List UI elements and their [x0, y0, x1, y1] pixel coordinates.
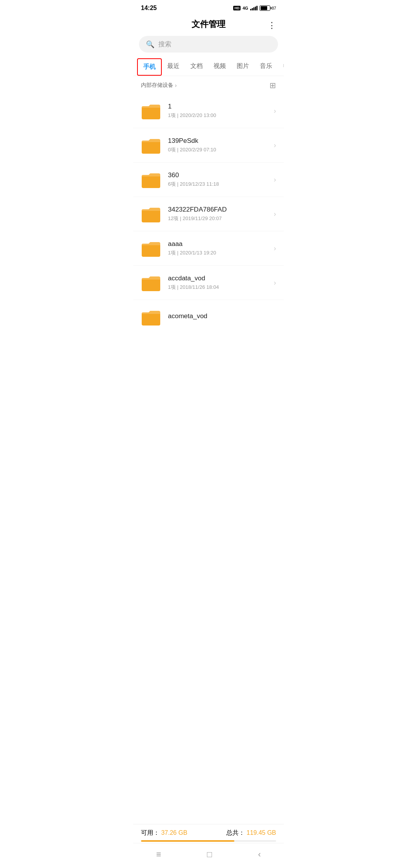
- folder-icon-5: [141, 238, 161, 258]
- 4g-icon: 4G: [242, 6, 248, 10]
- folder-item-6[interactable]: accdata_vod 1项 | 2018/11/26 18:04 ›: [133, 266, 284, 300]
- grid-view-icon[interactable]: ⊞: [270, 81, 276, 90]
- search-placeholder: 搜索: [158, 40, 171, 49]
- folder-info-4: 342322FDA786FAD 12项 | 2019/11/29 20:07: [168, 206, 270, 222]
- folder-info-7: acometa_vod: [168, 312, 276, 322]
- breadcrumb-text: 内部存储设备: [141, 82, 173, 89]
- folder-icon-6: [141, 273, 161, 293]
- folder-name-2: 139PeSdk: [168, 137, 270, 145]
- folder-meta-4: 12项 | 2019/11/29 20:07: [168, 215, 270, 222]
- folder-name-5: aaaa: [168, 240, 270, 248]
- folder-chevron-6: ›: [274, 279, 276, 287]
- folder-chevron-4: ›: [274, 210, 276, 218]
- folder-meta-6: 1项 | 2018/11/26 18:04: [168, 284, 270, 291]
- tab-recent[interactable]: 最近: [162, 58, 185, 76]
- tab-phone-wrapper: 手机: [137, 58, 162, 76]
- folder-info-2: 139PeSdk 0项 | 2020/2/29 07:10: [168, 137, 270, 153]
- folder-meta-2: 0项 | 2020/2/29 07:10: [168, 146, 270, 153]
- folder-name-6: accdata_vod: [168, 275, 270, 282]
- folder-item-1[interactable]: 1 1项 | 2020/2/20 13:00 ›: [133, 94, 284, 128]
- search-bar[interactable]: 🔍 搜索: [139, 36, 278, 53]
- signal-bar-1: [250, 9, 251, 10]
- header: 文件管理 ⋮: [133, 15, 284, 36]
- more-button[interactable]: ⋮: [268, 20, 276, 31]
- folder-chevron-1: ›: [274, 107, 276, 115]
- folder-icon-2: [141, 135, 161, 155]
- folder-info-1: 1 1项 | 2020/2/20 13:00: [168, 103, 270, 119]
- breadcrumb-chevron: ›: [175, 82, 177, 88]
- folder-item-5[interactable]: aaaa 1项 | 2020/1/13 19:20 ›: [133, 231, 284, 266]
- folder-name-7: acometa_vod: [168, 312, 276, 320]
- tab-docs[interactable]: 文档: [185, 58, 208, 76]
- folder-meta-1: 1项 | 2020/2/20 13:00: [168, 112, 270, 119]
- tab-music[interactable]: 音乐: [254, 58, 278, 76]
- tab-video[interactable]: 视频: [208, 58, 231, 76]
- breadcrumb-row: 内部存储设备 › ⊞: [133, 76, 284, 94]
- status-icons: HD 4G 87: [233, 5, 276, 11]
- svg-rect-1: [142, 141, 160, 154]
- folder-chevron-2: ›: [274, 141, 276, 149]
- search-icon: 🔍: [146, 40, 154, 49]
- signal-bar-4: [255, 7, 256, 10]
- battery-fill: [261, 6, 268, 10]
- battery-container: 87: [259, 5, 276, 11]
- battery-icon: [259, 5, 270, 11]
- folder-icon-4: [141, 204, 161, 224]
- signal-bar-5: [256, 6, 258, 10]
- hd-icon: HD: [233, 6, 241, 10]
- folder-chevron-3: ›: [274, 176, 276, 184]
- svg-rect-4: [142, 244, 160, 257]
- page-title: 文件管理: [192, 19, 225, 30]
- status-bar: 14:25 HD 4G 87: [133, 0, 284, 15]
- folder-meta-5: 1项 | 2020/1/13 19:20: [168, 249, 270, 256]
- breadcrumb[interactable]: 内部存储设备 ›: [141, 82, 177, 89]
- svg-rect-6: [142, 312, 160, 326]
- folder-icon-3: [141, 170, 161, 190]
- svg-rect-3: [142, 209, 160, 222]
- status-time: 14:25: [141, 5, 157, 12]
- svg-rect-2: [142, 175, 160, 188]
- tab-images[interactable]: 图片: [231, 58, 254, 76]
- tabs-bar: 手机 最近 文档 视频 图片 音乐 收藏: [133, 58, 284, 76]
- folder-icon-7: [141, 307, 161, 327]
- folder-item-3[interactable]: 360 6项 | 2019/12/23 11:18 ›: [133, 163, 284, 197]
- folder-meta-3: 6项 | 2019/12/23 11:18: [168, 181, 270, 188]
- signal-bar-3: [253, 7, 254, 10]
- folder-info-6: accdata_vod 1项 | 2018/11/26 18:04: [168, 275, 270, 291]
- folder-name-3: 360: [168, 171, 270, 179]
- folder-item-4[interactable]: 342322FDA786FAD 12项 | 2019/11/29 20:07 ›: [133, 197, 284, 231]
- folder-info-5: aaaa 1项 | 2020/1/13 19:20: [168, 240, 270, 256]
- battery-level: 87: [272, 6, 276, 10]
- folder-name-4: 342322FDA786FAD: [168, 206, 270, 214]
- signal-bar-2: [252, 8, 253, 10]
- svg-rect-5: [142, 278, 160, 291]
- tab-favorites[interactable]: 收藏: [278, 58, 284, 76]
- folder-item-7-partial[interactable]: acometa_vod: [133, 300, 284, 331]
- folder-item-2[interactable]: 139PeSdk 0项 | 2020/2/29 07:10 ›: [133, 128, 284, 163]
- svg-rect-0: [142, 106, 160, 119]
- folder-name-1: 1: [168, 103, 270, 110]
- tab-phone[interactable]: 手机: [138, 59, 161, 75]
- folder-info-3: 360 6项 | 2019/12/23 11:18: [168, 171, 270, 188]
- folder-icon-1: [141, 101, 161, 121]
- folder-chevron-5: ›: [274, 244, 276, 253]
- signal-bars: [250, 6, 258, 10]
- file-list: 1 1项 | 2020/2/20 13:00 › 139PeSdk 0项 | 2…: [133, 94, 284, 331]
